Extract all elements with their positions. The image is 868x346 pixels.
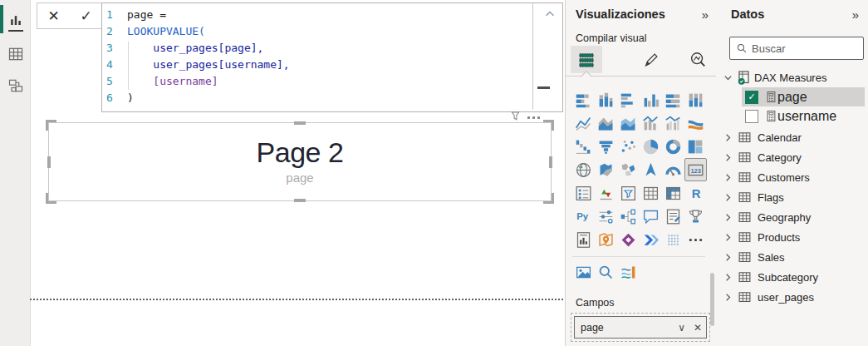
field-item-username[interactable]: username <box>742 106 865 126</box>
resize-handle-bottom-left[interactable] <box>46 193 56 204</box>
chevron-right-icon[interactable] <box>723 293 733 303</box>
dax-formula-editor[interactable]: 1page =2LOOKUPVALUE(3 user_pages[page],4… <box>101 2 563 112</box>
visual-line-clustered-column-chart-icon[interactable] <box>662 111 684 135</box>
visual-hundred-stacked-bar-chart-icon[interactable] <box>662 88 684 111</box>
chevron-right-icon[interactable] <box>723 193 733 203</box>
visual-matrix-icon[interactable] <box>662 181 684 205</box>
chevron-right-icon[interactable] <box>723 173 733 183</box>
code-line-4[interactable]: 4 user_pages[username], <box>102 57 532 73</box>
chevron-right-icon[interactable] <box>723 213 733 223</box>
tree-table-Customers[interactable]: Customers <box>723 168 810 187</box>
tree-table-Calendar[interactable]: Calendar <box>723 128 802 147</box>
resize-handle-bottom[interactable] <box>294 199 306 202</box>
code-line-2[interactable]: 2LOOKUPVALUE( <box>102 23 532 40</box>
visual-qna-icon[interactable] <box>640 205 662 228</box>
visual-table-icon[interactable] <box>640 181 662 205</box>
accept-formula-button[interactable]: ✓ <box>80 7 91 25</box>
chevron-right-icon[interactable] <box>723 253 733 263</box>
visual-azure-map-icon[interactable] <box>640 158 662 181</box>
visual-paginated-report-icon[interactable] <box>572 228 595 251</box>
field-dropdown-icon[interactable]: ∨ <box>674 322 689 334</box>
visual-stacked-bar-chart-icon[interactable] <box>572 88 595 111</box>
visual-hundred-stacked-column-chart-icon[interactable] <box>684 88 707 111</box>
code-line-5[interactable]: 5 [username] <box>102 73 532 90</box>
visual-decomposition-tree-icon[interactable] <box>617 205 640 228</box>
tree-table-user_pages[interactable]: user_pages <box>723 288 814 307</box>
visual-arcgis-map-icon[interactable] <box>595 228 617 251</box>
fields-drop-area[interactable]: page ∨ ✕ <box>571 313 710 342</box>
tree-table-Subcategory[interactable]: Subcategory <box>723 268 818 287</box>
visual-line-chart-icon[interactable] <box>572 111 595 135</box>
chevron-down-icon[interactable] <box>723 73 733 83</box>
model-view-icon[interactable] <box>7 77 25 95</box>
visual-area-chart-icon[interactable] <box>595 111 617 135</box>
image-visual-icon[interactable] <box>572 260 595 284</box>
code-line-1[interactable]: 1page = <box>102 7 532 23</box>
visual-gauge-icon[interactable] <box>662 158 684 181</box>
visual-slicer-icon[interactable] <box>617 181 640 205</box>
visual-power-automate-icon[interactable] <box>640 228 662 251</box>
visual-treemap-icon[interactable] <box>684 135 707 158</box>
visual-multirow-card-icon[interactable] <box>572 181 595 205</box>
chevron-right-icon[interactable] <box>723 133 733 143</box>
visual-pie-chart-icon[interactable] <box>640 135 662 158</box>
code-line-6[interactable]: 6) <box>102 90 532 106</box>
chevron-right-icon[interactable] <box>723 233 733 243</box>
chevron-right-icon[interactable] <box>723 273 733 283</box>
visual-map-icon[interactable] <box>572 158 595 181</box>
visual-card-icon[interactable]: 123 <box>684 158 707 181</box>
code-line-3[interactable]: 3 user_pages[page], <box>102 40 532 57</box>
resize-handle-left[interactable] <box>47 156 51 168</box>
tab-analytics[interactable] <box>682 46 714 73</box>
visual-metrics-icon[interactable] <box>684 205 707 228</box>
checkbox-checked[interactable]: ✓ <box>745 91 758 104</box>
visual-stacked-column-chart-icon[interactable] <box>595 88 617 111</box>
visual-key-influencers-icon[interactable] <box>595 205 617 228</box>
search-visual-icon[interactable] <box>595 260 617 284</box>
visual-clustered-column-chart-icon[interactable] <box>640 88 662 111</box>
report-builder-icon[interactable] <box>617 260 640 284</box>
cancel-formula-button[interactable]: ✕ <box>47 7 59 25</box>
tree-table-Category[interactable]: Category <box>723 148 802 167</box>
field-pill-page[interactable]: page ∨ ✕ <box>574 316 707 339</box>
visual-more-options-icon[interactable] <box>684 228 707 251</box>
tab-build-visual[interactable] <box>571 46 602 73</box>
visual-funnel-chart-icon[interactable] <box>595 135 617 158</box>
visual-kpi-icon[interactable] <box>595 181 617 205</box>
visual-ribbon-chart-icon[interactable] <box>684 111 707 135</box>
visual-line-stacked-column-chart-icon[interactable] <box>640 111 662 135</box>
visual-donut-chart-icon[interactable] <box>662 135 684 158</box>
dax-code[interactable]: 1page =2LOOKUPVALUE(3 user_pages[page],4… <box>102 7 532 106</box>
field-item-page[interactable]: ✓page <box>742 87 865 106</box>
visualizations-scrollbar[interactable] <box>710 273 714 326</box>
field-remove-icon[interactable]: ✕ <box>689 322 706 334</box>
tree-table-Geography[interactable]: Geography <box>723 208 811 227</box>
checkbox-unchecked[interactable] <box>745 110 758 123</box>
collapse-data-icon[interactable]: » <box>852 7 858 22</box>
data-view-icon[interactable] <box>7 45 25 63</box>
tab-format-visual[interactable] <box>635 46 667 73</box>
visual-clustered-bar-chart-icon[interactable] <box>617 88 640 111</box>
resize-handle-top-left[interactable] <box>46 120 56 131</box>
resize-handle-top-right[interactable] <box>543 120 554 131</box>
tree-table-Sales[interactable]: Sales <box>723 248 785 267</box>
visual-scatter-chart-icon[interactable] <box>617 135 640 158</box>
resize-handle-bottom-right[interactable] <box>543 193 554 204</box>
tree-table-Flags[interactable]: Flags <box>723 188 784 207</box>
search-input[interactable]: Buscar <box>729 37 864 60</box>
visual-power-apps-icon[interactable] <box>617 228 640 251</box>
report-view-icon[interactable] <box>7 12 25 30</box>
card-visual[interactable]: Page 2 page <box>48 122 552 201</box>
visual-filled-map-icon[interactable] <box>595 158 617 181</box>
visual-waterfall-chart-icon[interactable] <box>572 135 595 158</box>
formula-scrollbar-thumb[interactable] <box>537 86 550 89</box>
visual-python-visual-icon[interactable]: Py <box>572 205 595 228</box>
tree-group-dax-measures[interactable]: DAX Measures <box>723 68 826 87</box>
chevron-right-icon[interactable] <box>723 153 733 163</box>
resize-handle-top[interactable] <box>294 121 306 125</box>
collapse-formula-bar-icon[interactable] <box>544 8 556 23</box>
visual-stacked-area-chart-icon[interactable] <box>617 111 640 135</box>
visual-r-script-icon[interactable]: R <box>684 181 707 205</box>
more-options-icon[interactable] <box>527 116 540 119</box>
visual-shape-map-icon[interactable] <box>617 158 640 181</box>
